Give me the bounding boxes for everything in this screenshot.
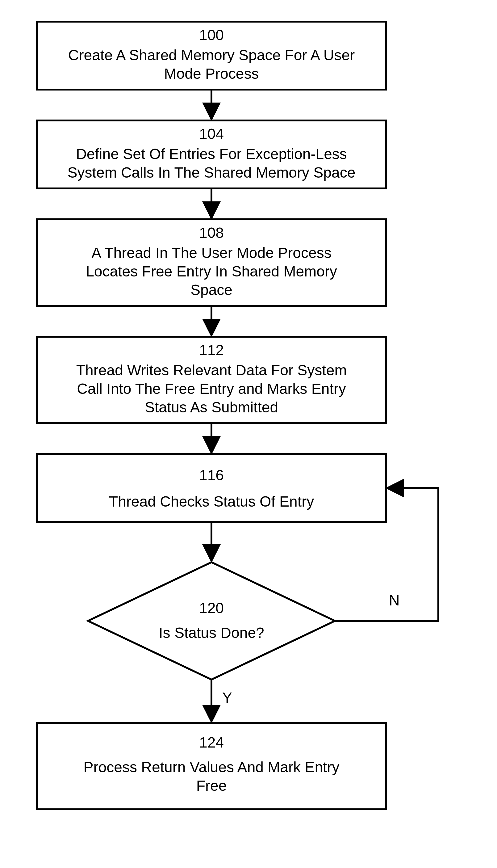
- node-104-line1: Define Set Of Entries For Exception-Less: [76, 146, 347, 162]
- node-108: 108 A Thread In The User Mode Process Lo…: [37, 219, 386, 306]
- node-116: 116 Thread Checks Status Of Entry: [37, 454, 386, 522]
- node-112-id: 112: [199, 342, 224, 358]
- node-124: 124 Process Return Values And Mark Entry…: [37, 723, 386, 809]
- node-116-line1: Thread Checks Status Of Entry: [109, 493, 314, 510]
- node-108-id: 108: [199, 225, 224, 241]
- node-120-line1: Is Status Done?: [159, 625, 264, 641]
- edge-label-yes: Y: [222, 689, 232, 706]
- node-124-line2: Free: [196, 778, 227, 794]
- node-112: 112 Thread Writes Relevant Data For Syst…: [37, 337, 386, 423]
- node-108-line2: Locates Free Entry In Shared Memory: [86, 263, 337, 280]
- node-124-id: 124: [199, 734, 224, 751]
- node-104: 104 Define Set Of Entries For Exception-…: [37, 121, 386, 188]
- node-120-id: 120: [199, 600, 224, 616]
- svg-marker-5: [88, 562, 335, 680]
- node-112-line2: Call Into The Free Entry and Marks Entry: [77, 380, 346, 397]
- node-100-line1: Create A Shared Memory Space For A User: [68, 47, 355, 63]
- node-108-line3: Space: [190, 282, 232, 298]
- node-104-id: 104: [199, 126, 224, 142]
- node-112-line1: Thread Writes Relevant Data For System: [76, 362, 347, 378]
- edge-120-124-yes: Y: [211, 680, 232, 720]
- node-100-id: 100: [199, 27, 224, 43]
- node-104-line2: System Calls In The Shared Memory Space: [68, 164, 356, 181]
- node-116-id: 116: [199, 467, 224, 484]
- edge-label-no: N: [389, 592, 400, 608]
- node-100-line2: Mode Process: [164, 66, 259, 82]
- node-120: 120 Is Status Done?: [88, 562, 335, 680]
- node-124-line1: Process Return Values And Mark Entry: [84, 759, 340, 775]
- node-108-line1: A Thread In The User Mode Process: [91, 244, 331, 261]
- node-112-line3: Status As Submitted: [145, 399, 278, 416]
- svg-rect-4: [37, 454, 386, 522]
- node-100: 100 Create A Shared Memory Space For A U…: [37, 22, 386, 89]
